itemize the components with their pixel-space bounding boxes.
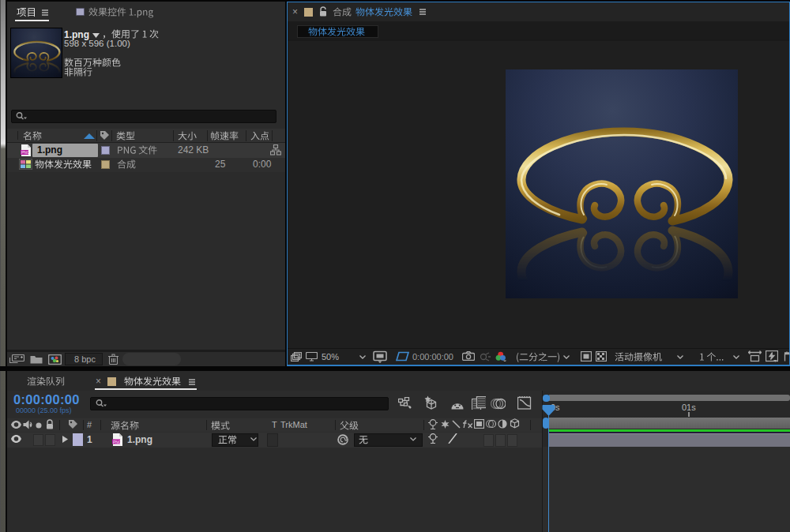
- svg-text:PNG: PNG: [113, 440, 122, 444]
- svg-text:PNG: PNG: [21, 150, 30, 155]
